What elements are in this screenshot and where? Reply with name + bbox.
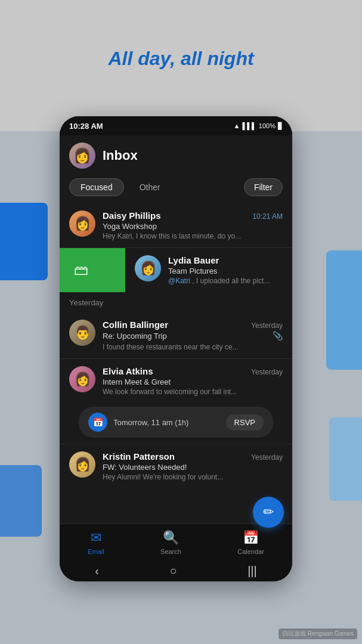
subject-collin: Re: Upcoming Trip: [103, 332, 167, 340]
bottom-nav: ✉ Email 🔍 Search 📅 Calendar: [60, 524, 292, 560]
email-header-daisy: Daisy Phillips 10:21 AM: [103, 210, 283, 221]
time-kristin: Yesterday: [251, 453, 283, 462]
email-header-lydia: Lydia Bauer: [168, 255, 292, 265]
mention-lydia: @Katri: [168, 277, 190, 285]
battery-label: 100%: [259, 122, 276, 129]
compose-icon: ✏: [263, 504, 274, 520]
search-nav-label: Search: [160, 548, 181, 555]
preview-kristin: Hey Alumni! We're looking for volunt...: [103, 473, 283, 481]
time-collin: Yesterday: [251, 321, 283, 330]
inbox-tabs: Focused Other Filter: [60, 176, 292, 203]
app-content: 👩 Inbox Focused Other Filter 👩: [60, 135, 292, 581]
section-yesterday: Yesterday: [60, 292, 292, 312]
email-item-daisy[interactable]: 👩 Daisy Phillips 10:21 AM Yoga Workshop …: [60, 203, 292, 248]
search-nav-icon: 🔍: [163, 530, 179, 546]
sender-lydia: Lydia Bauer: [168, 255, 219, 265]
compose-fab[interactable]: ✏: [253, 497, 284, 528]
email-item-collin[interactable]: 👨 Collin Ballinger Yesterday Re: Upcomin…: [60, 312, 292, 359]
preview-collin: I found these restaurants near the city …: [103, 343, 283, 351]
subject-elvia: Intern Meet & Greet: [103, 377, 283, 386]
blue-accent-right: [326, 250, 362, 370]
user-avatar[interactable]: 👩: [69, 143, 95, 169]
email-nav-icon: ✉: [91, 530, 101, 546]
email-header-collin: Collin Ballinger Yesterday: [103, 320, 283, 330]
avatar-daisy: 👩: [69, 210, 95, 237]
home-button[interactable]: ○: [169, 564, 177, 578]
time-daisy: 10:21 AM: [252, 212, 283, 221]
subject-lydia: Team Pictures: [168, 267, 292, 275]
email-body-elvia: Elvia Atkins Yesterday Intern Meet & Gre…: [103, 366, 283, 396]
rsvp-button[interactable]: RSVP: [226, 414, 264, 431]
attachment-icon-collin: 📎: [273, 331, 283, 340]
calendar-event-text: Tomorrow, 11 am (1h): [113, 418, 220, 427]
email-body-kristin: Kristin Patterson Yesterday FW: Voluntee…: [103, 451, 283, 481]
nav-search[interactable]: 🔍 Search: [160, 530, 181, 555]
calendar-event-elvia[interactable]: 📅 Tomorrow, 11 am (1h) RSVP: [79, 407, 273, 438]
email-body-lydia: Lydia Bauer Team Pictures @Katri , I upl…: [168, 255, 292, 285]
calendar-nav-icon: 📅: [243, 530, 259, 546]
archive-icon: 🗃: [74, 262, 88, 278]
phone-frame: 10:28 AM ▲ ▌▌▌ 100% ▊ 👩 Inbox Fo: [60, 116, 292, 581]
calendar-nav-label: Calendar: [237, 548, 264, 555]
preview-elvia: We look forward to welcoming our fall in…: [103, 388, 283, 396]
battery-icon: ▊: [278, 122, 283, 130]
subject-daisy: Yoga Workshop: [103, 222, 283, 231]
sender-elvia: Elvia Atkins: [103, 366, 153, 376]
tab-other[interactable]: Other: [129, 179, 171, 196]
status-time: 10:28 AM: [69, 122, 103, 131]
blue-accent-left2: [0, 465, 42, 537]
inbox-header: 👩 Inbox: [60, 135, 292, 176]
subject-row-collin: Re: Upcoming Trip 📎: [103, 331, 283, 342]
status-bar: 10:28 AM ▲ ▌▌▌ 100% ▊: [60, 116, 292, 135]
blue-accent-left: [0, 203, 48, 280]
avatar-kristin: 👩: [69, 451, 95, 478]
inbox-title: Inbox: [103, 148, 283, 163]
email-body-collin: Collin Ballinger Yesterday Re: Upcoming …: [103, 320, 283, 351]
avatar-lydia: 👩: [135, 255, 161, 281]
preview-daisy: Hey Katri, I know this is last minute, d…: [103, 232, 283, 240]
email-item-kristin[interactable]: 👩 Kristin Patterson Yesterday FW: Volunt…: [60, 444, 292, 488]
time-elvia: Yesterday: [251, 368, 283, 376]
watermark: 仍玩游戏 Rengwan Games: [279, 628, 357, 639]
email-header-elvia: Elvia Atkins Yesterday: [103, 366, 283, 376]
email-list: 👩 Daisy Phillips 10:21 AM Yoga Workshop …: [60, 203, 292, 524]
elvia-top: 👩 Elvia Atkins Yesterday Intern Meet & G…: [69, 366, 283, 396]
recents-button[interactable]: |||: [247, 564, 257, 578]
signal-icon: ▌▌▌: [242, 122, 256, 129]
sender-daisy: Daisy Phillips: [103, 210, 161, 221]
tab-focused[interactable]: Focused: [69, 178, 124, 196]
calendar-event-icon: 📅: [88, 413, 107, 432]
avatar-elvia: 👩: [69, 366, 95, 392]
sender-kristin: Kristin Patterson: [103, 451, 175, 462]
page-headline: All day, all night: [0, 48, 362, 70]
filter-button[interactable]: Filter: [244, 178, 283, 196]
section-yesterday-label: Yesterday: [69, 298, 103, 307]
blue-accent-right2: [329, 417, 362, 501]
avatar-image: 👩: [69, 143, 95, 169]
email-item-lydia-container: 🗃 👩 Lydia Bauer Team Pictures: [60, 248, 292, 292]
email-item-elvia[interactable]: 👩 Elvia Atkins Yesterday Intern Meet & G…: [60, 359, 292, 444]
subject-kristin: FW: Volunteers Needed!: [103, 463, 283, 472]
email-body-daisy: Daisy Phillips 10:21 AM Yoga Workshop He…: [103, 210, 283, 240]
page-background: All day, all night 10:28 AM ▲ ▌▌▌ 100% ▊…: [0, 0, 362, 644]
nav-calendar[interactable]: 📅 Calendar: [237, 530, 264, 555]
nav-email[interactable]: ✉ Email: [88, 530, 104, 555]
system-nav: ‹ ○ |||: [60, 560, 292, 581]
avatar-collin: 👨: [69, 320, 95, 346]
email-nav-label: Email: [88, 548, 104, 555]
back-button[interactable]: ‹: [95, 564, 99, 578]
email-header-kristin: Kristin Patterson Yesterday: [103, 451, 283, 462]
sender-collin: Collin Ballinger: [103, 320, 168, 330]
status-icons: ▲ ▌▌▌ 100% ▊: [234, 122, 283, 130]
email-item-lydia[interactable]: 👩 Lydia Bauer Team Pictures @Katri , I u…: [125, 248, 292, 292]
wifi-icon: ▲: [234, 122, 240, 129]
preview-lydia: @Katri , I uploaded all the pict...: [168, 277, 292, 285]
preview-rest-lydia: , I uploaded all the pict...: [192, 277, 270, 285]
